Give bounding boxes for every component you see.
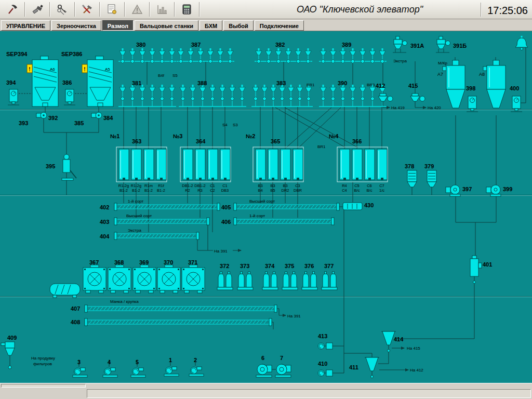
hopper-group-381[interactable] xyxy=(118,85,176,107)
feeder-415[interactable] xyxy=(410,94,425,105)
hopper-group-388[interactable] xyxy=(179,85,246,107)
label-0: R4 xyxy=(342,183,347,188)
pump-1[interactable] xyxy=(164,367,179,376)
label-0: B3 xyxy=(270,183,275,188)
screw-403[interactable] xyxy=(114,218,209,225)
machine-401[interactable] xyxy=(470,256,482,284)
pump-392[interactable] xyxy=(36,112,47,118)
label-n392: 392 xyxy=(48,115,58,121)
sifter-367[interactable] xyxy=(83,265,106,293)
pump-3[interactable] xyxy=(73,368,87,377)
certificate-button[interactable] xyxy=(102,2,123,18)
fan-399[interactable] xyxy=(486,185,501,196)
pump-410[interactable] xyxy=(318,370,332,376)
cyclone-a8[interactable] xyxy=(483,60,506,108)
sifter-371[interactable] xyxy=(182,265,205,293)
label-1: B/c xyxy=(354,188,360,193)
chart-button[interactable] xyxy=(152,2,172,18)
chart-icon xyxy=(156,3,168,16)
bin-378[interactable] xyxy=(407,170,417,191)
hopper-group-389[interactable] xyxy=(319,48,387,63)
machine-377[interactable] xyxy=(322,272,337,290)
label-1: B5 xyxy=(270,188,275,193)
label-n430: 430 xyxy=(364,202,374,208)
label-1: B1-2 xyxy=(144,188,153,193)
label-0: C3 xyxy=(295,183,300,188)
screw-404[interactable] xyxy=(114,232,199,240)
bin-block-363[interactable] xyxy=(116,147,167,182)
sifter-369[interactable] xyxy=(133,265,156,293)
pump-4[interactable] xyxy=(103,368,117,377)
hopper-group-383[interactable] xyxy=(251,85,313,107)
pump-6[interactable] xyxy=(256,364,272,377)
keys-button[interactable] xyxy=(52,2,73,18)
gauge-386[interactable] xyxy=(64,89,75,105)
label-ek2: Экстра xyxy=(128,228,141,233)
keypad-button[interactable] xyxy=(177,2,197,18)
screw-407[interactable] xyxy=(85,305,277,312)
screw-405[interactable] xyxy=(234,203,339,210)
feeder-412[interactable] xyxy=(378,94,393,105)
label-n377: 377 xyxy=(324,263,334,269)
status-cell-main xyxy=(87,389,531,398)
label-n386: 386 xyxy=(62,79,72,86)
cyclone-a7[interactable] xyxy=(443,60,465,108)
pump-413[interactable] xyxy=(318,343,332,349)
label-p1: 1 xyxy=(169,357,172,363)
separator-a6[interactable] xyxy=(27,56,58,107)
label-0: B3 xyxy=(258,183,262,188)
machine-395[interactable] xyxy=(62,154,76,180)
machine-391b[interactable] xyxy=(436,36,450,52)
sifter-368[interactable] xyxy=(108,265,131,293)
screw-406[interactable] xyxy=(234,218,334,225)
label-p2: 2 xyxy=(194,357,197,363)
separator-a5[interactable] xyxy=(82,56,113,107)
pickaxe-tool-button[interactable] xyxy=(2,2,23,18)
machine-376[interactable] xyxy=(302,272,317,290)
tab-valtsovye-stanki[interactable]: Вальцовые станки xyxy=(135,20,198,31)
machine-372[interactable] xyxy=(217,272,233,290)
pump-2[interactable] xyxy=(189,367,204,376)
bin-block-364[interactable] xyxy=(180,147,231,182)
label-n372: 372 xyxy=(220,263,229,269)
pump-7[interactable] xyxy=(275,364,291,377)
tab-razmol[interactable]: Размол xyxy=(102,20,134,31)
gauge-394[interactable] xyxy=(8,89,19,105)
tab-zernoochistka[interactable]: Зерноочистка xyxy=(51,20,101,31)
warning-button[interactable] xyxy=(127,2,148,18)
label-n399: 399 xyxy=(503,186,512,192)
machine-391a[interactable] xyxy=(393,36,407,52)
hopper-group-382[interactable] xyxy=(255,48,312,63)
tab-upravlenie[interactable]: УПРАВЛЕНИЕ xyxy=(1,20,50,31)
pump-5[interactable] xyxy=(131,368,145,377)
machine-374[interactable] xyxy=(262,272,278,290)
fan-397[interactable] xyxy=(446,185,460,196)
machine-375[interactable] xyxy=(282,272,298,290)
pump-384[interactable] xyxy=(91,112,102,118)
sifter-370[interactable] xyxy=(157,265,180,293)
feeder-430[interactable] xyxy=(343,203,362,210)
tab-vyboi[interactable]: Выбой xyxy=(223,20,254,31)
screw-408[interactable] xyxy=(85,318,272,326)
label-no3: №3 xyxy=(173,133,182,139)
drum-machine[interactable] xyxy=(50,284,80,298)
label-1: B1-2 xyxy=(157,188,165,193)
pickaxe-icon xyxy=(6,3,19,16)
label-s1a: 1-й сорт xyxy=(128,199,144,204)
hopper-group-387[interactable] xyxy=(177,48,234,63)
funnel-411[interactable] xyxy=(365,357,379,378)
hopper-group-380[interactable] xyxy=(118,48,176,63)
bin-block-366[interactable] xyxy=(337,147,388,182)
label-n407: 407 xyxy=(71,305,80,312)
tab-podklyuchenie[interactable]: Подключение xyxy=(255,20,304,31)
machine-373[interactable] xyxy=(237,272,253,290)
drill-tool-button[interactable] xyxy=(27,2,48,18)
repair-tools-button[interactable] xyxy=(77,2,98,18)
bin-379[interactable] xyxy=(427,170,436,191)
certificate-icon xyxy=(106,3,118,16)
bin-block-365[interactable] xyxy=(253,147,303,182)
label-n376: 376 xyxy=(304,263,314,269)
tab-bhm[interactable]: БХМ xyxy=(200,20,222,31)
screw-402[interactable] xyxy=(114,203,220,210)
filter-409[interactable] xyxy=(1,342,15,369)
